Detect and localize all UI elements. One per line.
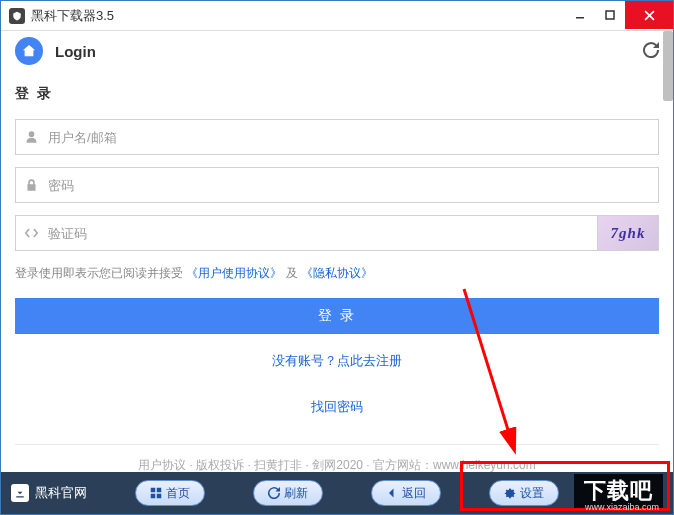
svg-rect-5 [157, 494, 162, 499]
window-title: 黑科下载器3.5 [31, 7, 565, 25]
username-input[interactable] [15, 119, 659, 155]
svg-rect-3 [157, 488, 162, 493]
footer-item[interactable]: 扫黄打非 [254, 458, 302, 472]
minimize-button[interactable] [565, 1, 595, 29]
arrow-left-icon [386, 487, 398, 499]
svg-rect-1 [606, 11, 614, 19]
forgot-password-link[interactable]: 找回密码 [15, 398, 659, 416]
footer-item[interactable]: 用户协议 [138, 458, 186, 472]
footer-item[interactable]: 版权投诉 [196, 458, 244, 472]
captcha-image[interactable]: 7ghk [597, 215, 659, 251]
svg-rect-2 [151, 488, 156, 493]
page-title: Login [55, 43, 643, 60]
site-link[interactable]: 黑科官网 [11, 484, 87, 502]
download-icon [11, 484, 29, 502]
grid-icon [150, 487, 162, 499]
site-label: 黑科官网 [35, 484, 87, 502]
register-link[interactable]: 没有账号？点此去注册 [15, 352, 659, 370]
captcha-input[interactable] [15, 215, 597, 251]
svg-rect-4 [151, 494, 156, 499]
close-button[interactable] [625, 1, 673, 29]
app-icon [9, 8, 25, 24]
gear-icon [504, 487, 516, 499]
login-form: 登 录 7ghk 登录使用即表示您已阅读并接受 《用户使用协议》 及 《隐私协议… [1, 85, 673, 474]
nav-back-button[interactable]: 返回 [371, 480, 441, 506]
user-icon [25, 131, 38, 144]
svg-rect-0 [576, 17, 584, 19]
page-header: Login [1, 31, 673, 71]
lock-icon [25, 179, 38, 192]
home-icon[interactable] [15, 37, 43, 65]
code-icon [25, 227, 38, 240]
user-agreement-link[interactable]: 《用户使用协议》 [186, 266, 282, 280]
watermark-url: www.xiazaiba.com [585, 502, 659, 512]
privacy-link[interactable]: 《隐私协议》 [301, 266, 373, 280]
nav-settings-button[interactable]: 设置 [489, 480, 559, 506]
footer-links: 用户协议 · 版权投诉 · 扫黄打非 · 剑网2020 · 官方网站：www.h… [15, 444, 659, 474]
page-subtitle: 登 录 [15, 85, 659, 103]
bottom-navbar: 黑科官网 首页 刷新 返回 设置 [1, 472, 673, 514]
nav-home-button[interactable]: 首页 [135, 480, 205, 506]
footer-item[interactable]: 剑网2020 [312, 458, 363, 472]
agreement-text: 登录使用即表示您已阅读并接受 《用户使用协议》 及 《隐私协议》 [15, 265, 659, 282]
password-input[interactable] [15, 167, 659, 203]
maximize-button[interactable] [595, 1, 625, 29]
login-button[interactable]: 登 录 [15, 298, 659, 334]
nav-refresh-button[interactable]: 刷新 [253, 480, 323, 506]
footer-item[interactable]: 官方网站：www.heikeyun.com [373, 458, 536, 472]
refresh-icon [268, 487, 280, 499]
titlebar: 黑科下载器3.5 [1, 1, 673, 31]
refresh-icon[interactable] [643, 42, 659, 61]
